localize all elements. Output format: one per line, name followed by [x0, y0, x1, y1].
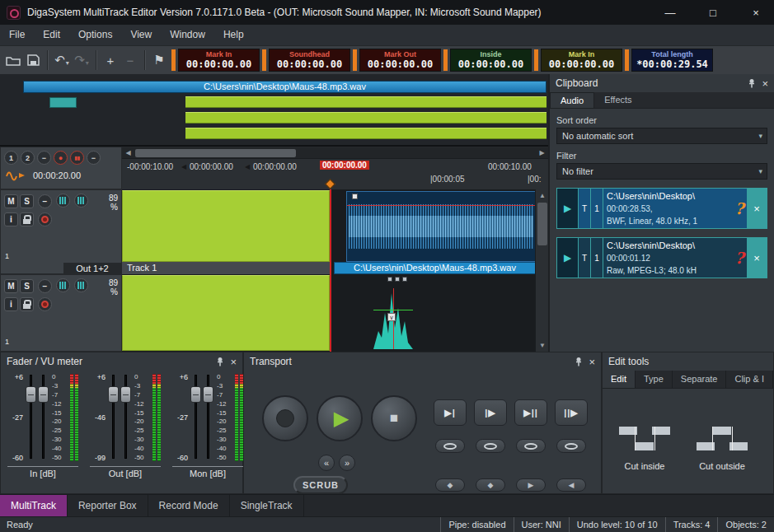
- maximize-button[interactable]: □: [695, 0, 731, 25]
- vu-meter-button[interactable]: [56, 278, 70, 292]
- output-routing-label[interactable]: Out 1+2: [63, 263, 121, 274]
- save-button[interactable]: [24, 49, 42, 71]
- chevron-down-icon[interactable]: ▾: [754, 132, 767, 140]
- overview-clip-title[interactable]: C:\Users\nin\Desktop\Maus-48.mp3.wav: [23, 81, 546, 93]
- record-arm-button[interactable]: [38, 297, 52, 311]
- overview-track-bar[interactable]: [185, 96, 546, 108]
- overview-clip-block[interactable]: [49, 97, 77, 108]
- info-button[interactable]: i: [4, 212, 18, 226]
- menu-help[interactable]: Help: [214, 25, 253, 45]
- step-back-button[interactable]: ◀: [556, 478, 586, 492]
- fader-handle[interactable]: [108, 386, 119, 403]
- record-arm-button[interactable]: [38, 212, 52, 226]
- collapse-track-button[interactable]: −: [38, 279, 52, 293]
- zoom-in-button[interactable]: +: [101, 49, 120, 71]
- vu-meter-button[interactable]: [74, 194, 88, 208]
- menu-file[interactable]: File: [0, 25, 34, 45]
- menu-options[interactable]: Options: [69, 25, 121, 45]
- redo-button[interactable]: ↷▾: [73, 49, 91, 71]
- sort-order-select[interactable]: No automatic sort ▾: [556, 128, 767, 144]
- scroll-left-icon[interactable]: ◀: [123, 147, 134, 158]
- fader-slider[interactable]: [108, 371, 119, 464]
- tab-edit[interactable]: Edit: [603, 371, 636, 388]
- tab-separate[interactable]: Separate: [673, 371, 727, 388]
- menu-window[interactable]: Window: [161, 25, 214, 45]
- project-overview[interactable]: C:\Users\nin\Desktop\Maus-48.mp3.wav: [0, 74, 548, 147]
- vu-meter-button[interactable]: [56, 194, 70, 208]
- fader-handle[interactable]: [190, 386, 201, 403]
- loop-button[interactable]: [556, 439, 586, 453]
- fast-forward-button[interactable]: »: [339, 455, 355, 471]
- tab-multitrack[interactable]: MultiTrack: [0, 495, 68, 516]
- play-to-end-button[interactable]: ▶||: [514, 399, 547, 426]
- edit-marker[interactable]: [387, 277, 392, 282]
- audio-clip-green[interactable]: [122, 190, 330, 262]
- rewind-button[interactable]: «: [318, 455, 335, 471]
- overview-track-bar[interactable]: [185, 112, 546, 124]
- playhead-marker[interactable]: [325, 179, 335, 189]
- loop-button[interactable]: [476, 439, 505, 453]
- loop-button[interactable]: [435, 439, 465, 453]
- scrollbar-thumb[interactable]: [135, 149, 296, 157]
- vu-meter-button[interactable]: [74, 278, 88, 292]
- fader-handle[interactable]: [203, 386, 213, 403]
- track-vertical-scrollbar[interactable]: ▲ ▼: [535, 189, 548, 352]
- play-clip-button[interactable]: ▶: [557, 238, 579, 278]
- pin-icon[interactable]: [748, 78, 756, 88]
- tab-audio[interactable]: Audio: [550, 92, 594, 108]
- close-panel-icon[interactable]: ×: [762, 78, 768, 89]
- solo-button[interactable]: S: [20, 279, 34, 293]
- pin-icon[interactable]: [575, 357, 583, 366]
- timeline-scrollbar[interactable]: ◀ ▶: [122, 147, 548, 159]
- goto-marker-button[interactable]: ◆: [435, 478, 465, 492]
- play-clip-button[interactable]: ▶: [557, 189, 579, 228]
- fader-slider[interactable]: [190, 371, 201, 464]
- tab-record-mode[interactable]: Record Mode: [148, 495, 230, 516]
- track-name-bar[interactable]: Track 1: [122, 262, 330, 274]
- scroll-up-icon[interactable]: ▲: [536, 192, 549, 199]
- remove-item-button[interactable]: ×: [747, 238, 767, 278]
- clipboard-item[interactable]: ▶ T 1 C:\Users\nin\Desktop\ 00:00:01.12 …: [556, 237, 767, 278]
- track-2-lane[interactable]: v: [122, 274, 548, 352]
- clip-handle[interactable]: [352, 194, 358, 199]
- open-button[interactable]: [4, 49, 22, 71]
- stop-button[interactable]: ■: [371, 395, 417, 441]
- edit-marker[interactable]: [402, 277, 407, 282]
- wave-zoom-icon[interactable]: [6, 170, 26, 181]
- remove-item-button[interactable]: ×: [747, 189, 767, 228]
- track-1-lane[interactable]: Track 1 C:\Users\nin\Desktop\Maus-48.mp3…: [122, 189, 548, 274]
- collapse-button[interactable]: −: [37, 151, 51, 165]
- track-2-button[interactable]: 2: [21, 151, 35, 165]
- record-enable-button[interactable]: ●: [54, 151, 68, 165]
- collapse-all-button[interactable]: −: [87, 151, 101, 165]
- fader-slider[interactable]: [120, 371, 131, 464]
- clip-title-bar[interactable]: C:\Users\nin\Desktop\Maus-48.mp3.wav: [334, 262, 536, 274]
- step-forward-button[interactable]: ▶: [516, 478, 546, 492]
- zoom-out-button[interactable]: −: [121, 49, 139, 71]
- loop-button[interactable]: [516, 439, 546, 453]
- close-panel-icon[interactable]: ×: [230, 357, 237, 367]
- play-from-mark-button[interactable]: |▶: [474, 399, 507, 426]
- collapse-track-button[interactable]: −: [38, 194, 52, 208]
- filter-select[interactable]: No filter ▾: [556, 163, 767, 180]
- tab-reporter-box[interactable]: Reporter Box: [68, 495, 148, 516]
- chevron-down-icon[interactable]: ▾: [754, 167, 767, 175]
- close-panel-icon[interactable]: ×: [589, 357, 595, 367]
- fader-handle[interactable]: [26, 386, 36, 403]
- close-button[interactable]: ×: [738, 0, 774, 25]
- tab-type[interactable]: Type: [636, 371, 673, 388]
- tab-singletrack[interactable]: SingleTrack: [230, 495, 304, 516]
- tab-clip[interactable]: Clip & I: [726, 371, 772, 388]
- scroll-down-icon[interactable]: ▼: [536, 342, 549, 349]
- play-to-mark-button[interactable]: ▶|: [434, 399, 467, 426]
- record-button[interactable]: [262, 395, 308, 441]
- fader-slider[interactable]: [38, 371, 49, 464]
- audio-clip-waveform[interactable]: [346, 191, 536, 262]
- undo-caret-icon[interactable]: ▾: [66, 59, 69, 67]
- cut-outside-button[interactable]: Cut outside: [685, 405, 759, 476]
- play-button[interactable]: ▶: [317, 395, 363, 441]
- fader-slider[interactable]: [26, 371, 36, 464]
- volume-point-marker[interactable]: v: [387, 313, 396, 321]
- info-button[interactable]: i: [4, 297, 18, 311]
- lock-button[interactable]: [20, 212, 34, 226]
